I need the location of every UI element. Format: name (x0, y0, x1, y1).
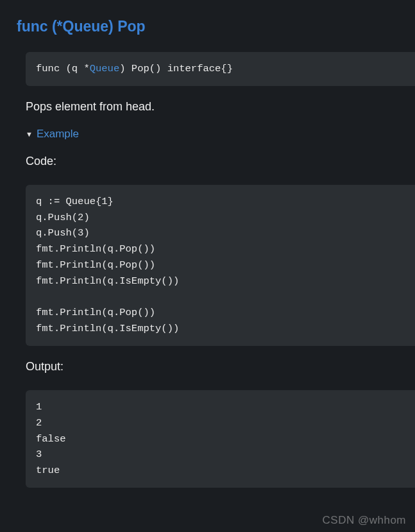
content-area: func (q *Queue) Pop() interface{} Pops e… (0, 52, 415, 488)
example-code-block: q := Queue{1} q.Push(2) q.Push(3) fmt.Pr… (26, 185, 415, 346)
sig-prefix: func (q * (36, 63, 90, 74)
description-text: Pops element from head. (26, 100, 415, 114)
function-heading[interactable]: func (*Queue) Pop (0, 0, 415, 35)
code-section-label: Code: (26, 155, 415, 168)
output-block: 1 2 false 3 true (26, 390, 415, 488)
output-section-label: Output: (26, 360, 415, 373)
sig-suffix: ) Pop() interface{} (119, 63, 233, 74)
type-link-queue[interactable]: Queue (90, 63, 120, 74)
example-label: Example (37, 128, 79, 141)
example-toggle[interactable]: ▼ Example (26, 128, 415, 141)
watermark-text: CSDN @whhom (323, 514, 406, 527)
signature-block: func (q *Queue) Pop() interface{} (26, 52, 415, 86)
triangle-down-icon: ▼ (26, 130, 33, 138)
